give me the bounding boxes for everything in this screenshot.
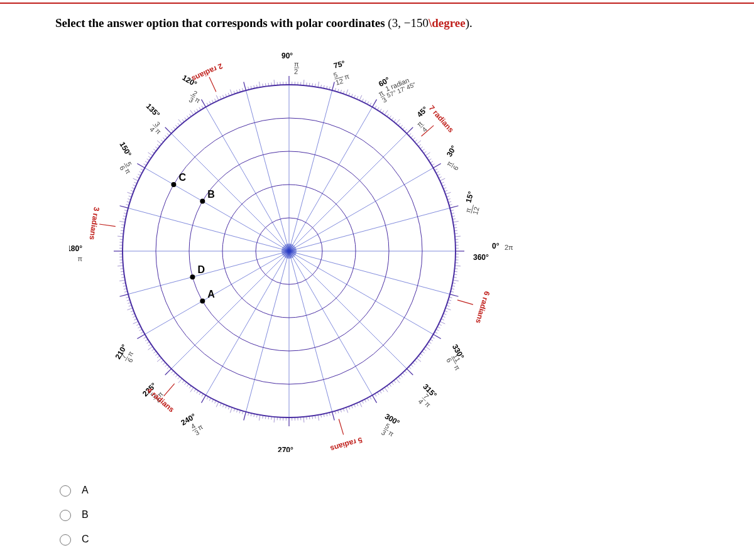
svg-line-347 (413, 362, 415, 364)
option-C-label: C (82, 534, 89, 545)
svg-line-275 (220, 403, 221, 406)
svg-line-158 (182, 119, 184, 122)
svg-line-362 (437, 326, 440, 328)
svg-line-242 (147, 342, 150, 343)
svg-line-329 (373, 395, 377, 402)
svg-line-189 (128, 192, 133, 194)
svg-line-49 (445, 192, 451, 194)
svg-line-170 (157, 144, 160, 146)
svg-line-248 (157, 356, 160, 358)
svg-line-70 (415, 140, 417, 142)
svg-line-369 (445, 308, 451, 310)
svg-line-204 (117, 236, 123, 237)
option-B[interactable]: B (57, 508, 89, 521)
svg-line-337 (391, 382, 393, 385)
svg-line-164 (165, 127, 172, 134)
svg-line-186 (133, 185, 136, 186)
radio-C[interactable] (60, 534, 71, 546)
svg-line-353 (423, 349, 426, 351)
svg-line-261 (185, 382, 187, 385)
svg-line-354 (425, 347, 430, 350)
svg-line-214 (117, 266, 123, 266)
svg-text:6: 6 (126, 357, 134, 363)
svg-line-129 (259, 82, 260, 87)
svg-line-168 (161, 140, 163, 142)
svg-line-143 (220, 96, 221, 99)
svg-line-13 (128, 251, 289, 294)
svg-line-257 (175, 375, 177, 377)
svg-line-314 (332, 412, 335, 421)
svg-line-262 (187, 384, 189, 387)
option-A[interactable]: A (57, 483, 89, 497)
svg-text:C: C (178, 172, 186, 183)
svg-line-95 (357, 96, 358, 99)
option-C[interactable]: C (57, 532, 89, 546)
svg-text:5 radians: 5 radians (329, 436, 364, 452)
svg-text:4 radians: 4 radians (145, 385, 176, 414)
svg-line-327 (367, 398, 368, 401)
svg-text:90°: 90° (281, 51, 293, 60)
radio-B[interactable] (60, 510, 71, 521)
svg-line-145 (215, 99, 216, 101)
svg-line-342 (403, 373, 405, 375)
svg-line-177 (145, 161, 148, 163)
svg-text:135°: 135° (145, 102, 162, 119)
svg-point-489 (190, 274, 195, 279)
svg-line-365 (441, 319, 444, 320)
svg-line-169 (157, 141, 161, 144)
svg-line-2 (289, 168, 433, 252)
svg-line-19 (289, 251, 332, 412)
svg-line-151 (199, 107, 201, 110)
svg-text:2π: 2π (505, 244, 513, 251)
svg-line-253 (167, 367, 170, 369)
svg-line-159 (178, 119, 182, 124)
svg-line-88 (374, 106, 376, 109)
svg-line-330 (374, 394, 376, 396)
svg-line-64 (425, 153, 430, 156)
svg-text:3: 3 (188, 95, 195, 104)
svg-line-251 (163, 362, 165, 364)
svg-line-324 (359, 402, 362, 407)
svg-line-134 (244, 82, 246, 91)
svg-line-478 (339, 419, 343, 435)
svg-line-364 (440, 321, 445, 324)
svg-line-4 (289, 107, 373, 251)
svg-text:45°: 45° (415, 105, 430, 119)
svg-line-144 (216, 95, 219, 100)
svg-line-340 (398, 377, 400, 379)
svg-line-155 (189, 114, 191, 117)
question-text: Select the answer option that correspond… (55, 16, 473, 30)
svg-text:3: 3 (380, 428, 387, 436)
svg-text:12: 12 (471, 206, 481, 215)
svg-line-57 (436, 171, 439, 173)
latex-degree-error: \degree (429, 16, 466, 30)
svg-line-272 (212, 399, 213, 402)
svg-line-359 (433, 335, 440, 339)
svg-text:4: 4 (420, 126, 429, 134)
svg-text:180°: 180° (69, 244, 82, 253)
svg-line-194 (120, 206, 129, 208)
svg-text:π: π (294, 60, 299, 68)
svg-line-237 (139, 329, 142, 330)
svg-line-73 (409, 133, 412, 135)
svg-text:π: π (344, 72, 351, 81)
svg-line-17 (246, 251, 289, 412)
svg-line-357 (430, 339, 433, 341)
svg-line-85 (382, 110, 384, 113)
radio-A[interactable] (60, 485, 71, 497)
svg-line-264 (190, 387, 194, 392)
svg-line-476 (164, 384, 175, 396)
svg-line-10 (145, 168, 289, 252)
svg-line-94 (359, 95, 362, 100)
svg-text:D: D (197, 264, 205, 275)
svg-line-236 (138, 326, 140, 328)
svg-line-331 (377, 392, 379, 395)
svg-line-323 (357, 403, 358, 406)
svg-line-114 (303, 80, 304, 85)
svg-text:150°: 150° (118, 140, 134, 158)
top-rule (0, 3, 754, 4)
svg-line-341 (400, 375, 402, 377)
svg-line-147 (209, 102, 210, 104)
svg-text:270°: 270° (278, 446, 293, 452)
svg-text:π: π (387, 429, 395, 438)
